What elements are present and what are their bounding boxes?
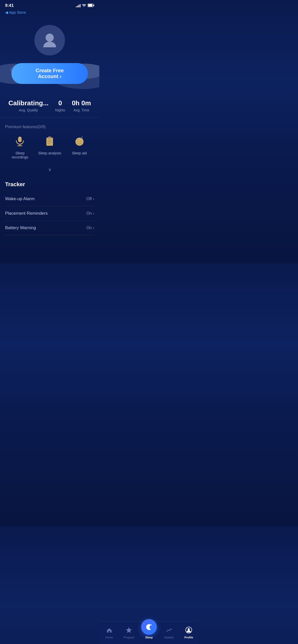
premium-features-section: Premium features(0/9) Sleep recordings [0, 118, 99, 175]
feature-sleep-aid[interactable]: z Sleep aid [67, 136, 92, 159]
feature-sleep-recordings-label: Sleep recordings [7, 151, 33, 159]
svg-point-0 [84, 6, 84, 7]
hero-section: Create Free Account › [0, 17, 99, 92]
feature-sleep-analysis-label: Sleep analysis [38, 151, 61, 155]
svg-rect-2 [88, 4, 92, 7]
battery-warning-label: Battery Warning [5, 225, 36, 230]
tracker-section: Tracker Wake-up Alarm Off › Placement Re… [0, 175, 99, 238]
signal-icon [76, 4, 80, 7]
tracker-placement-reminders[interactable]: Placement Reminders On › [5, 206, 94, 221]
create-account-button[interactable]: Create Free Account › [11, 63, 88, 84]
battery-warning-value: On › [86, 226, 94, 230]
battery-icon [88, 4, 94, 8]
svg-text:z: z [81, 136, 83, 139]
nights-label: Nights [55, 108, 65, 112]
status-bar: 9:41 [0, 0, 99, 10]
sleeping-face-icon: z [75, 136, 84, 149]
feature-sleep-analysis[interactable]: Sleep analysis [37, 136, 62, 159]
avg-quality-value: Calibrating... [8, 99, 48, 107]
placement-reminders-label: Placement Reminders [5, 211, 48, 216]
clipboard-icon [45, 136, 54, 149]
status-time: 9:41 [5, 3, 14, 8]
avg-quality-label: Avg. Quality [8, 108, 48, 112]
svg-point-14 [77, 141, 78, 142]
wifi-icon [82, 4, 86, 8]
tracker-battery-warning[interactable]: Battery Warning On › [5, 221, 94, 235]
feature-sleep-recordings[interactable]: Sleep recordings [7, 136, 33, 159]
wakeup-alarm-value: Off › [86, 197, 94, 201]
placement-reminders-value: On › [86, 211, 94, 216]
features-grid: Sleep recordings Sleep analysis [0, 134, 99, 164]
svg-point-15 [80, 141, 82, 142]
app-store-back[interactable]: ◀ App Store [0, 10, 99, 17]
wakeup-alarm-label: Wake-up Alarm [5, 196, 35, 201]
stat-avg-time: 0h 0m Avg. Time [72, 99, 91, 112]
svg-point-4 [46, 34, 54, 42]
svg-rect-9 [48, 137, 51, 139]
chevron-down-icon: ∨ [48, 167, 51, 172]
microphone-icon [15, 136, 24, 149]
nights-value: 0 [55, 99, 65, 107]
premium-features-header: Premium features(0/9) [0, 118, 99, 134]
avatar [34, 25, 65, 55]
feature-sleep-aid-label: Sleep aid [72, 151, 87, 155]
avg-time-value: 0h 0m [72, 99, 91, 107]
stat-avg-quality: Calibrating... Avg. Quality [8, 99, 48, 112]
status-icons [76, 4, 94, 8]
svg-rect-5 [18, 137, 22, 142]
tracker-wakeup-alarm[interactable]: Wake-up Alarm Off › [5, 192, 94, 206]
avg-time-label: Avg. Time [72, 108, 91, 112]
expand-features-button[interactable]: ∨ [0, 164, 99, 175]
svg-rect-3 [93, 5, 94, 6]
stat-nights: 0 Nights [55, 99, 65, 112]
stats-section: Calibrating... Avg. Quality 0 Nights 0h … [0, 92, 99, 118]
tracker-title: Tracker [5, 181, 94, 188]
